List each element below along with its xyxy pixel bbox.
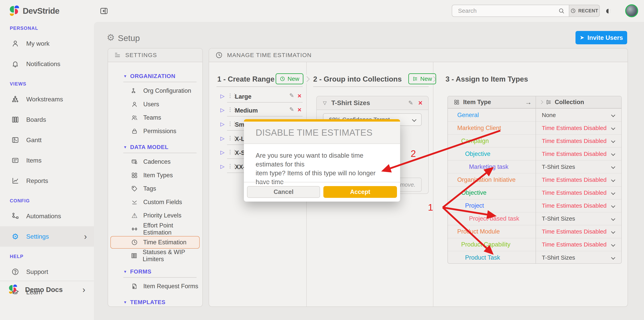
settings-item-priority-levels[interactable]: ⚠Priority Levels (108, 209, 202, 222)
collection-select[interactable]: Time Estimates Disabled (536, 134, 621, 147)
collection-select[interactable]: Time Estimates Disabled (536, 173, 621, 186)
clock-icon (280, 76, 285, 82)
settings-item-label: Custom Fields (143, 199, 182, 206)
settings-item-statuses-wip-limiters[interactable]: Statuses & WIP Limiters (108, 249, 202, 263)
settings-item-item-types[interactable]: Item Types (108, 169, 202, 182)
edit-pencil-icon[interactable]: ✎ (289, 93, 294, 98)
avatar[interactable] (625, 4, 638, 17)
item-type-row-marketing-task: Marketing task T-Shirt Sizes (448, 160, 621, 173)
collection-value: T-Shirt Sizes (542, 254, 575, 261)
settings-item-teams[interactable]: Teams (108, 111, 202, 124)
collection-card-header[interactable]: ▽ T-Shirt Sizes ✎ × (317, 96, 428, 110)
settings-item-effort-point-estimation[interactable]: Effort Point Estimation (108, 222, 202, 236)
settings-item-label: Priority Levels (143, 212, 182, 219)
accept-button[interactable]: Accept (323, 186, 397, 198)
collection-select[interactable]: T-Shirt Sizes (536, 212, 621, 225)
settings-item-item-request-forms[interactable]: Item Request Forms (108, 280, 202, 293)
caret-right-icon[interactable]: ▷ (220, 122, 224, 127)
delete-x-icon[interactable]: × (298, 106, 302, 113)
collection-value: T-Shirt Sizes (542, 164, 575, 170)
chevron-down-icon (611, 204, 615, 208)
item-type-name[interactable]: Product Module (457, 228, 500, 235)
item-type-name[interactable]: Product Task (465, 254, 500, 261)
collection-select[interactable]: Time Estimates Disabled (536, 199, 621, 212)
collapse-sidebar-icon[interactable] (99, 7, 109, 16)
contrast-toggle-icon[interactable]: ◐ (605, 5, 612, 16)
delete-x-icon[interactable]: × (298, 92, 302, 99)
item-type-name[interactable]: Marketing Client (457, 124, 501, 131)
sidebar-item-my-work[interactable]: My work (0, 33, 94, 54)
sidebar-item-demo-docs[interactable]: Demo Docs › (0, 281, 94, 298)
collection-select[interactable]: Time Estimates Disabled (536, 225, 621, 238)
settings-item-cadences[interactable]: Cadences (108, 155, 202, 169)
sidebar-item-notifications[interactable]: Notifications (0, 54, 94, 74)
sidebar-item-automations[interactable]: Automations (0, 206, 94, 226)
settings-item-org-configuration[interactable]: Org Configuration (108, 84, 202, 98)
item-type-name[interactable]: Objective (465, 150, 490, 157)
item-type-name[interactable]: Marketing task (469, 163, 508, 171)
column-divider (433, 62, 434, 307)
settings-section-templates[interactable]: ▼ TEMPLATES (123, 299, 202, 305)
sidebar-item-reports[interactable]: Reports (0, 171, 94, 191)
collection-select[interactable]: Time Estimates Disabled (536, 187, 621, 199)
new-collection-button[interactable]: New (408, 73, 436, 84)
cancel-button[interactable]: Cancel (247, 186, 320, 198)
sidebar-item-workstreams[interactable]: Workstreams (0, 89, 94, 109)
collection-select[interactable]: Time Estimates Disabled (536, 147, 621, 160)
boards-icon (11, 116, 20, 123)
collection-select[interactable]: T-Shirt Sizes (536, 161, 621, 173)
settings-item-custom-fields[interactable]: Custom Fields (108, 196, 202, 209)
edit-pencil-icon[interactable]: ✎ (289, 107, 294, 112)
people-icon (131, 114, 138, 121)
title-underline (216, 86, 302, 87)
caret-right-icon[interactable]: ▷ (220, 94, 224, 99)
search-input[interactable] (452, 5, 569, 17)
settings-item-users[interactable]: Users (108, 98, 202, 111)
collection-select[interactable]: None (536, 109, 621, 121)
collection-value: Time Estimates Disabled (542, 189, 606, 196)
settings-section-organization[interactable]: ▼ ORGANIZATION (123, 73, 202, 79)
item-type-name[interactable]: Organization Initiative (457, 176, 516, 183)
invite-users-button[interactable]: ➤ Invite Users (576, 31, 627, 44)
item-type-row-general: General None (448, 108, 621, 121)
sidebar-item-items[interactable]: Items (0, 150, 94, 171)
settings-item-time-estimation[interactable]: Time Estimation (110, 236, 200, 249)
item-type-name[interactable]: Project (465, 202, 484, 209)
person-icon (131, 101, 138, 108)
item-type-name[interactable]: Product Capability (461, 241, 510, 248)
delete-x-icon[interactable]: × (418, 99, 422, 106)
sidebar-item-support[interactable]: Support (0, 262, 94, 282)
settings-item-permissions[interactable]: Permissions (108, 124, 202, 138)
sidebar-item-boards[interactable]: Boards (0, 109, 94, 130)
new-range-button[interactable]: New (276, 73, 304, 84)
settings-section-forms[interactable]: ▼ FORMS (123, 269, 202, 274)
sidebar-item-gantt[interactable]: Gantt (0, 130, 94, 150)
recent-button[interactable]: RECENT (569, 5, 600, 17)
caret-right-icon[interactable]: ▷ (220, 150, 224, 155)
caret-right-icon[interactable]: ▷ (220, 136, 224, 141)
question-icon (11, 268, 20, 276)
settings-item-tags[interactable]: Tags (108, 182, 202, 196)
collection-select[interactable]: T-Shirt Sizes (536, 251, 621, 264)
caret-right-icon[interactable]: ▷ (220, 164, 224, 169)
clock-icon (570, 8, 576, 14)
sidebar-item-settings[interactable]: ⚙Settings› (0, 226, 94, 247)
range-row-large[interactable]: ▷ ⋮⋮ Large ✎ × (216, 90, 302, 104)
devstride-mark-icon (8, 284, 18, 295)
search-input-field[interactable] (458, 7, 558, 14)
item-type-name[interactable]: Project-based task (469, 215, 519, 222)
item-type-name[interactable]: Campaign (461, 137, 489, 144)
range-row-medium[interactable]: ▷ ⋮⋮ Medium ✎ × (216, 103, 302, 118)
chevron-down-icon (611, 139, 615, 143)
lock-icon (131, 128, 138, 134)
edit-pencil-icon[interactable]: ✎ (408, 100, 413, 106)
modal-footer: Cancel Accept (244, 182, 400, 202)
item-type-name[interactable]: General (457, 112, 479, 119)
settings-section-data-model[interactable]: ▼ DATA MODEL (123, 144, 202, 150)
collection-select[interactable]: Time Estimates Disabled (536, 238, 621, 251)
arrow-right-icon: → (525, 99, 532, 105)
caret-right-icon[interactable]: ▷ (220, 107, 224, 113)
collection-select[interactable]: Time Estimates Disabled (536, 122, 621, 134)
item-type-name[interactable]: Objective (461, 189, 486, 196)
item-type-row-product-capability: Product Capability Time Estimates Disabl… (448, 238, 621, 251)
